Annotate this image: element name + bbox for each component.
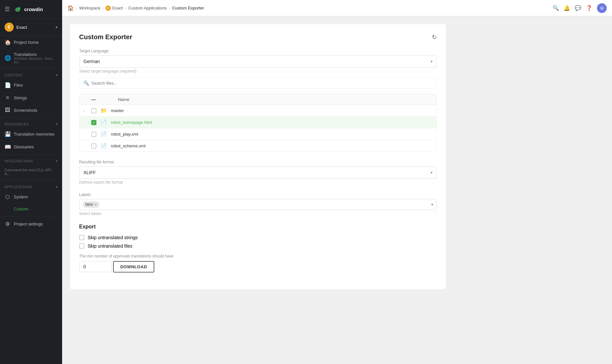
sidebar-item-label: System xyxy=(14,194,28,199)
sidebar-item-label: Translation memories xyxy=(14,132,55,137)
target-language-hint: Select target language (required) xyxy=(79,69,437,74)
file-icon: 📄 xyxy=(100,131,107,137)
user-avatar[interactable]: U xyxy=(597,3,607,13)
main-area: 🏠 › Workspace › E Exact › Custom Applica… xyxy=(62,0,612,364)
glossaries-icon: 📖 xyxy=(5,144,10,150)
skip-untranslated-files-label: Skip untranslated files xyxy=(88,243,132,249)
divider xyxy=(0,155,62,155)
file-table-header: — Name xyxy=(79,94,436,105)
section-resources-label: Resources xyxy=(5,122,29,126)
sidebar-item-translation-memories[interactable]: 💾 Translation memories xyxy=(0,128,62,141)
label-remove-icon[interactable]: ✕ xyxy=(94,203,97,207)
labels-field[interactable]: html ✕ ▾ xyxy=(79,199,437,210)
project-selector[interactable]: E Exact ▾ xyxy=(0,19,62,36)
sidebar-item-integrations-sub[interactable]: Command line tool (CLI), API, A... xyxy=(0,165,62,179)
breadcrumb-sep: › xyxy=(169,6,170,10)
hamburger-icon[interactable]: ☰ xyxy=(5,6,10,13)
section-content[interactable]: Content ▾ xyxy=(0,70,62,79)
min-approvals-input[interactable] xyxy=(79,261,112,272)
sidebar-item-subtitle: Workflow, Members, Tasks, Act... xyxy=(14,57,58,64)
sidebar-item-label: Command line tool (CLI), API, A... xyxy=(5,168,58,176)
target-language-select[interactable]: German ▾ xyxy=(79,55,437,68)
file-name: robot_scheme.xml xyxy=(111,143,145,148)
target-language-section: Target Language German ▾ Select target l… xyxy=(79,49,437,74)
labels-section: Labels html ✕ ▾ Select labels xyxy=(79,192,437,216)
section-applications[interactable]: Applications ▾ xyxy=(0,182,62,190)
skip-untranslated-strings-checkbox[interactable] xyxy=(79,235,84,240)
home-icon[interactable]: 🏠 xyxy=(67,5,74,11)
file-format-select[interactable]: XLIFF ▾ xyxy=(79,166,437,179)
breadcrumb-sep: › xyxy=(102,6,104,10)
file-name[interactable]: robot_homepage.html xyxy=(111,120,152,125)
file-search-input[interactable] xyxy=(92,81,433,86)
divider xyxy=(0,118,62,118)
min-approvals-label: The min number of approvals translations… xyxy=(79,254,437,258)
file-search-box[interactable]: 🔍 xyxy=(79,77,437,89)
sidebar-item-files[interactable]: 📄 Files xyxy=(0,79,62,91)
file-name: robot_play.xml xyxy=(111,132,138,137)
breadcrumb-custom-applications[interactable]: Custom Applications xyxy=(128,6,167,10)
strings-icon: ≡ xyxy=(5,95,10,101)
breadcrumb-exact[interactable]: E Exact xyxy=(106,6,123,11)
sidebar-item-glossaries[interactable]: 📖 Glossaries xyxy=(0,141,62,153)
breadcrumb-current: Custom Exporter xyxy=(172,6,204,10)
logo: crowdin xyxy=(13,5,43,14)
file-format-hint: Defines export file format xyxy=(79,180,437,185)
search-icon[interactable]: 🔍 xyxy=(552,5,559,11)
label-tag: html ✕ xyxy=(83,201,100,208)
chat-icon[interactable]: 💬 xyxy=(575,5,581,11)
labels-hint: Select labels xyxy=(79,211,437,216)
section-integrations[interactable]: Integrations ▾ xyxy=(0,156,62,165)
label-tag-text: html xyxy=(85,202,93,207)
download-button[interactable]: DOWNLOAD xyxy=(113,261,154,273)
breadcrumb-avatar: E xyxy=(106,6,111,11)
sidebar-item-custom[interactable]: Custom xyxy=(0,203,62,215)
home-icon: 🏠 xyxy=(5,39,10,45)
labels-label: Labels xyxy=(79,192,437,197)
card-header: Custom Exporter ↻ xyxy=(79,33,437,41)
sidebar-item-label: Translations xyxy=(14,52,58,57)
sidebar-item-system[interactable]: ⬡ System xyxy=(0,190,62,203)
skip-untranslated-files-row: Skip untranslated files xyxy=(79,243,437,249)
section-chevron-icon: ▾ xyxy=(56,185,58,189)
row-checkbox[interactable] xyxy=(91,143,96,149)
settings-icon: ⚙ xyxy=(5,221,10,227)
expand-icon[interactable]: › xyxy=(83,108,89,113)
main-card: Custom Exporter ↻ Target Language German… xyxy=(70,24,446,289)
files-icon: 📄 xyxy=(5,82,10,88)
logo-text: crowdin xyxy=(24,7,43,12)
sidebar-item-project-settings[interactable]: ⚙ Project settings xyxy=(0,218,62,230)
table-row: 📄 robot_play.xml xyxy=(79,128,436,140)
target-language-label: Target Language xyxy=(79,49,437,53)
notifications-icon[interactable]: 🔔 xyxy=(564,5,570,11)
row-checkbox[interactable]: ✓ xyxy=(91,120,96,125)
help-icon[interactable]: ❓ xyxy=(586,5,592,11)
column-name-header: Name xyxy=(118,97,129,102)
section-applications-label: Applications xyxy=(5,185,32,189)
sidebar-item-strings[interactable]: ≡ Strings xyxy=(0,91,62,104)
divider xyxy=(0,216,62,216)
topbar: 🏠 › Workspace › E Exact › Custom Applica… xyxy=(62,0,612,16)
sidebar-item-screenshots[interactable]: 🖼 Screenshots xyxy=(0,104,62,116)
section-integrations-label: Integrations xyxy=(5,159,33,163)
page-title: Custom Exporter xyxy=(79,33,132,41)
sidebar-item-label: Strings xyxy=(14,95,27,100)
row-checkbox[interactable] xyxy=(91,108,96,113)
refresh-button[interactable]: ↻ xyxy=(432,34,437,41)
translation-memories-icon: 💾 xyxy=(5,131,10,137)
row-checkbox[interactable] xyxy=(91,132,96,137)
sidebar-item-translations[interactable]: 🌐 Translations Workflow, Members, Tasks,… xyxy=(0,49,62,67)
breadcrumb-sep: › xyxy=(125,6,126,10)
translations-icon: 🌐 xyxy=(5,55,10,61)
sidebar-item-label: Files xyxy=(14,83,23,88)
section-resources[interactable]: Resources ▾ xyxy=(0,119,62,128)
skip-untranslated-files-checkbox[interactable] xyxy=(79,243,84,249)
select-all-checkbox[interactable]: — xyxy=(91,97,96,102)
breadcrumb: 🏠 › Workspace › E Exact › Custom Applica… xyxy=(67,5,550,11)
sidebar-item-project-home[interactable]: 🏠 Project home xyxy=(0,36,62,49)
section-chevron-icon: ▾ xyxy=(56,159,58,163)
search-icon: 🔍 xyxy=(83,80,89,86)
export-title: Export xyxy=(79,224,437,230)
sidebar-item-label: Glossaries xyxy=(14,144,34,149)
breadcrumb-workspace[interactable]: Workspace xyxy=(79,6,100,10)
